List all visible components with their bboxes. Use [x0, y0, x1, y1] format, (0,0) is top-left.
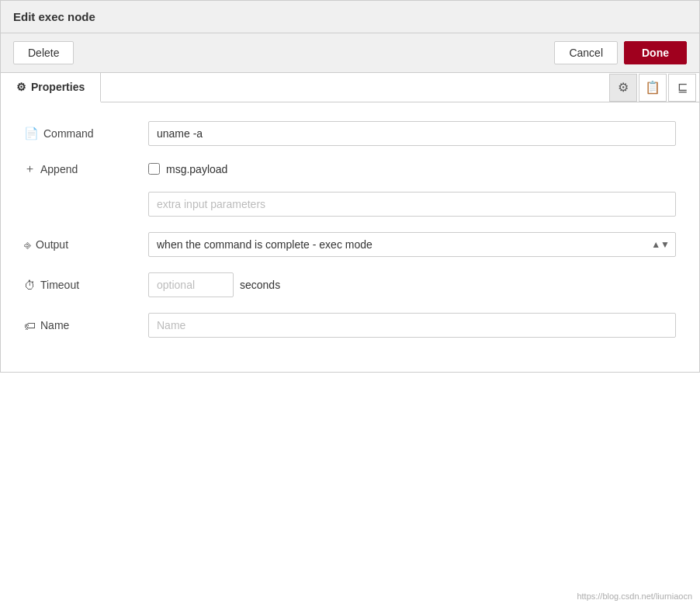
timeout-input[interactable] — [148, 272, 234, 297]
dialog-title: Edit exec node — [1, 1, 699, 33]
append-row: ＋ Append msg.payload — [24, 161, 676, 176]
watermark: https://blog.csdn.net/liurniaocn — [577, 591, 692, 601]
output-select[interactable]: when the command is complete - exec mode… — [148, 232, 676, 257]
gear-icon: ⚙ — [618, 80, 629, 95]
output-label: ⎆ Output — [24, 238, 148, 251]
timeout-row: ⏱ Timeout seconds — [24, 272, 676, 297]
command-label: 📄 Command — [24, 127, 148, 140]
command-input[interactable] — [148, 121, 676, 146]
toolbar-right: Cancel Done — [554, 41, 687, 64]
append-checkbox[interactable] — [148, 163, 160, 175]
dialog: Edit exec node Delete Cancel Done ⚙ Prop… — [0, 0, 700, 373]
append-checkbox-label: msg.payload — [166, 163, 227, 175]
properties-tab-icon: ⚙ — [16, 81, 26, 93]
name-input[interactable] — [148, 313, 676, 338]
output-icon: ⎆ — [24, 238, 31, 251]
cancel-button[interactable]: Cancel — [554, 41, 618, 64]
extra-input-row — [24, 192, 676, 217]
tabs-row: ⚙ Properties ⚙ 📋 ⊑ — [1, 73, 699, 102]
description-icon: 📋 — [645, 80, 660, 95]
append-checkbox-row: msg.payload — [148, 163, 227, 175]
name-row: 🏷 Name — [24, 313, 676, 338]
name-icon: 🏷 — [24, 319, 36, 332]
command-row: 📄 Command — [24, 121, 676, 146]
layout-icon: ⊑ — [677, 80, 688, 95]
timeout-label: ⏱ Timeout — [24, 279, 148, 292]
done-button[interactable]: Done — [624, 41, 687, 64]
tabs-icons: ⚙ 📋 ⊑ — [608, 74, 699, 102]
output-select-wrapper: when the command is complete - exec mode… — [148, 232, 676, 257]
name-label: 🏷 Name — [24, 319, 148, 332]
tab-properties[interactable]: ⚙ Properties — [1, 73, 101, 102]
tabs-left: ⚙ Properties — [1, 73, 101, 102]
delete-button[interactable]: Delete — [13, 41, 74, 64]
gear-tab-icon-button[interactable]: ⚙ — [609, 74, 637, 102]
timeout-unit-label: seconds — [240, 279, 280, 291]
command-icon: 📄 — [24, 127, 39, 140]
title-text: Edit exec node — [13, 10, 95, 23]
extra-input-field[interactable] — [148, 192, 676, 217]
timeout-icon: ⏱ — [24, 279, 36, 292]
append-icon: ＋ — [24, 161, 36, 176]
dialog-toolbar: Delete Cancel Done — [1, 33, 699, 73]
timeout-controls: seconds — [148, 272, 280, 297]
output-row: ⎆ Output when the command is complete - … — [24, 232, 676, 257]
properties-tab-label: Properties — [31, 81, 85, 93]
append-label: ＋ Append — [24, 161, 148, 176]
layout-tab-icon-button[interactable]: ⊑ — [668, 74, 696, 102]
description-tab-icon-button[interactable]: 📋 — [639, 74, 667, 102]
form-content: 📄 Command ＋ Append msg.payload ⎆ — [1, 102, 699, 372]
